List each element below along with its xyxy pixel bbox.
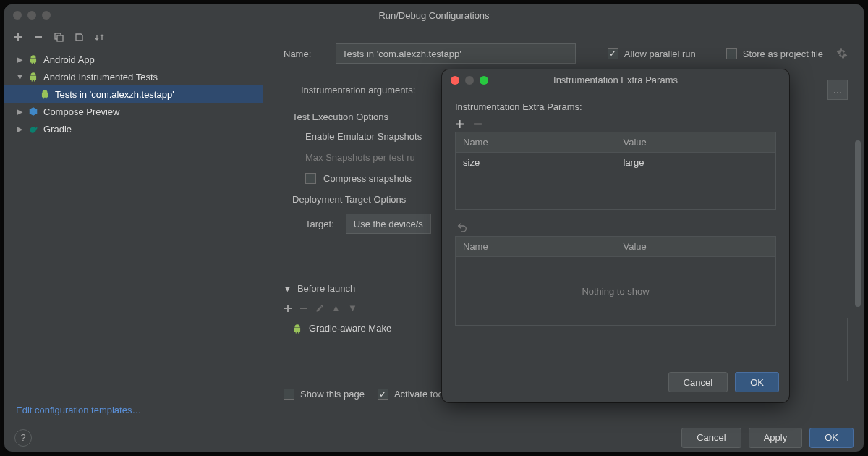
store-as-project-checkbox[interactable]: Store as project file [726,48,823,59]
ok-button[interactable]: OK [809,428,854,448]
zoom-icon[interactable] [42,11,51,20]
table-row[interactable]: size large [456,153,775,172]
instr-args-more-button[interactable]: … [827,80,848,100]
undo-icon[interactable] [455,217,776,233]
target-select[interactable]: Use the device/s [346,214,431,234]
params-label: Instrumentation Extra Params: [455,101,776,112]
android-icon [39,89,51,99]
tree-label: Android Instrumented Tests [43,72,158,83]
chevron-right-icon: ▶ [16,107,23,117]
close-icon[interactable] [451,76,459,85]
save-template-icon[interactable] [72,30,85,43]
minimize-icon[interactable] [465,76,474,85]
edit-templates-link[interactable]: Edit configuration templates… [4,397,263,423]
remove-icon[interactable] [473,119,482,129]
name-field[interactable]: Tests in 'com.alexzh.testapp' [336,43,576,64]
instrumentation-params-dialog: Instrumentation Extra Params Instrumenta… [442,69,789,402]
checkbox-icon [608,48,618,59]
tree-label: Android App [43,54,95,65]
dialog-cancel-button[interactable]: Cancel [668,372,728,392]
up-icon[interactable]: ▲ [331,303,341,313]
checkbox-label: Allow parallel run [624,48,696,59]
tree-node-android-instrumented[interactable]: ▼ Android Instrumented Tests [4,68,263,85]
compose-icon [27,106,39,117]
checkbox-icon [284,389,294,400]
checkbox-icon [726,48,737,59]
tree-node-tests-testapp[interactable]: Tests in 'com.alexzh.testapp' [4,85,263,103]
tree-node-android-app[interactable]: ▶ Android App [4,51,263,68]
svg-rect-0 [35,36,42,38]
copy-icon[interactable] [52,30,65,43]
dialog-ok-button[interactable]: OK [735,372,779,392]
down-icon[interactable]: ▼ [348,303,357,313]
edit-icon[interactable] [315,304,324,313]
allow-parallel-checkbox[interactable]: Allow parallel run [608,48,696,59]
android-icon [27,54,39,64]
add-icon[interactable] [284,304,292,313]
chevron-right-icon: ▶ [16,55,23,64]
tree-node-compose-preview[interactable]: ▶ Compose Preview [4,103,263,120]
gear-icon[interactable] [836,48,848,59]
checkbox-label: Store as project file [743,48,823,59]
checkbox-icon [305,173,316,184]
target-label: Target: [305,219,334,229]
add-icon[interactable] [12,30,25,43]
chevron-right-icon: ▶ [16,124,23,134]
remove-icon[interactable] [299,304,308,313]
col-value: Value [616,237,776,256]
empty-text: Nothing to show [456,257,775,325]
cell-name: size [456,153,616,172]
show-this-page-checkbox[interactable]: Show this page [284,389,365,400]
window-controls [13,11,51,20]
minimize-icon[interactable] [27,11,36,20]
apply-button[interactable]: Apply [749,428,803,448]
name-label: Name: [284,48,327,59]
android-icon [292,324,303,334]
col-name: Name [456,237,616,256]
help-button[interactable]: ? [14,429,32,447]
bottom-bar: ? Cancel Apply OK [4,423,864,452]
svg-rect-2 [57,35,63,41]
add-icon[interactable] [455,119,464,129]
instr-args-label: Instrumentation arguments: [301,85,415,96]
col-value: Value [616,132,776,152]
zoom-icon[interactable] [480,76,488,85]
checkbox-icon [378,389,388,400]
recent-table: Name Value Nothing to show [455,236,776,326]
chevron-down-icon: ▼ [16,72,23,81]
run-debug-window: Run/Debug Configurations ▶ Android App [4,4,864,452]
params-toolbar [455,119,776,129]
cancel-button[interactable]: Cancel [681,428,741,448]
android-icon [27,72,39,82]
svg-rect-3 [300,308,307,309]
sidebar-toolbar [4,26,263,48]
params-table: Name Value size large [455,132,776,210]
tree-label: Compose Preview [43,106,120,117]
scrollbar-thumb[interactable] [855,140,861,307]
sort-icon[interactable] [93,30,106,43]
close-icon[interactable] [13,11,22,20]
configuration-tree: ▶ Android App ▼ Android Instrumented Tes… [4,48,263,397]
scrollbar[interactable] [855,61,861,423]
cell-value: large [616,153,776,172]
gradle-icon [27,124,39,134]
svg-rect-4 [474,123,482,124]
chevron-down-icon: ▼ [284,284,292,293]
titlebar: Run/Debug Configurations [4,4,864,26]
dialog-title: Instrumentation Extra Params [553,75,678,85]
tree-label: Tests in 'com.alexzh.testapp' [55,89,174,100]
remove-icon[interactable] [32,30,45,43]
tree-node-gradle[interactable]: ▶ Gradle [4,120,263,138]
col-name: Name [456,132,616,152]
window-controls [451,76,488,85]
sidebar: ▶ Android App ▼ Android Instrumented Tes… [4,26,263,423]
tree-label: Gradle [43,124,72,135]
window-title: Run/Debug Configurations [378,10,489,21]
